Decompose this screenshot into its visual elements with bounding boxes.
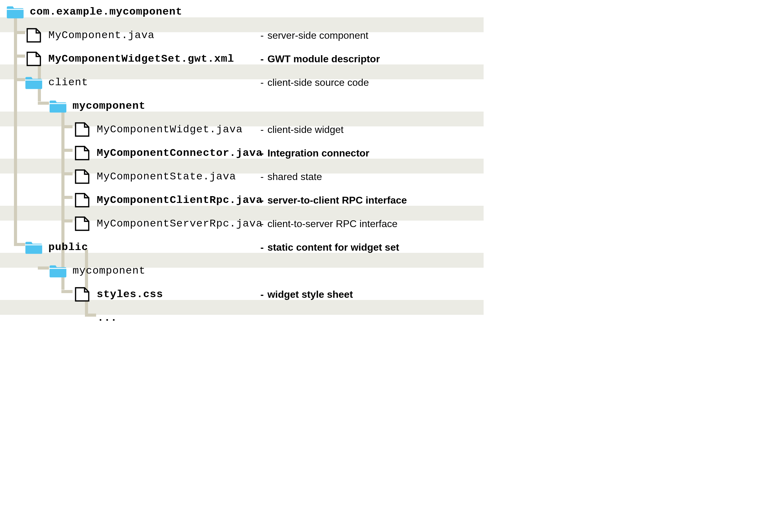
- tree-row: client: [0, 71, 484, 94]
- ellipsis: ...: [97, 312, 117, 324]
- description-text: client-to-server RPC interface: [267, 218, 398, 229]
- description-text: client-side source code: [267, 77, 369, 88]
- folder-name: com.example.mycomponent: [30, 6, 182, 18]
- tree-row: MyComponentClientRpc.java: [0, 188, 484, 212]
- file-icon: [73, 146, 91, 160]
- row-description: -client-side source code: [260, 77, 369, 88]
- file-name: MyComponentWidgetSet.gwt.xml: [48, 53, 234, 65]
- file-name: MyComponentWidget.java: [97, 124, 243, 135]
- folder-icon: [25, 240, 43, 255]
- file-icon: [73, 122, 91, 137]
- tree-row: styles.css: [0, 283, 484, 306]
- tree-row: mycomponent: [0, 259, 484, 282]
- tree-row: ...: [0, 306, 484, 329]
- description-text: static content for widget set: [267, 242, 399, 253]
- dash: -: [260, 195, 264, 206]
- file-name: MyComponentServerRpc.java: [97, 218, 262, 230]
- file-icon: [73, 216, 91, 231]
- row-description: -client-to-server RPC interface: [260, 218, 398, 230]
- description-text: client-side widget: [267, 124, 343, 135]
- dash: -: [260, 218, 264, 229]
- tree-row: MyComponentConnector.java: [0, 141, 484, 165]
- file-name: MyComponentConnector.java: [97, 147, 262, 159]
- tree-row: com.example.mycomponent: [0, 0, 484, 23]
- dash: -: [260, 30, 264, 41]
- description-text: widget style sheet: [267, 289, 353, 300]
- dash: -: [260, 124, 264, 135]
- file-name: MyComponent.java: [48, 29, 154, 41]
- tree-row: public: [0, 235, 484, 259]
- tree-row: mycomponent: [0, 94, 484, 117]
- tree-row: MyComponent.java: [0, 24, 484, 47]
- dash: -: [260, 77, 264, 88]
- tree-row: MyComponentServerRpc.java: [0, 212, 484, 235]
- file-icon: [25, 51, 43, 66]
- tree-row: MyComponentWidget.java: [0, 118, 484, 141]
- file-icon: [73, 169, 91, 184]
- file-tree-diagram: com.example.mycomponentMyComponent.java-…: [0, 0, 484, 332]
- folder-name: mycomponent: [73, 100, 145, 112]
- folder-icon: [25, 75, 43, 90]
- file-name: MyComponentState.java: [97, 171, 236, 182]
- row-description: -GWT module descriptor: [260, 53, 380, 65]
- file-icon: [73, 193, 91, 208]
- dash: -: [260, 147, 264, 159]
- description-text: shared state: [267, 171, 322, 182]
- folder-icon: [49, 263, 67, 278]
- row-description: -server-side component: [260, 30, 368, 41]
- dash: -: [260, 171, 264, 182]
- folder-icon: [49, 99, 67, 113]
- row-description: -shared state: [260, 171, 322, 182]
- row-description: -Integration connector: [260, 147, 369, 159]
- folder-name: mycomponent: [73, 265, 145, 277]
- dash: -: [260, 289, 264, 300]
- description-text: GWT module descriptor: [267, 53, 380, 64]
- description-text: server-to-client RPC interface: [267, 195, 407, 206]
- tree-row: MyComponentState.java: [0, 165, 484, 188]
- tree-row: MyComponentWidgetSet.gwt.xml: [0, 47, 484, 70]
- folder-name: client: [48, 77, 88, 88]
- row-description: -widget style sheet: [260, 289, 353, 300]
- row-description: -static content for widget set: [260, 242, 399, 253]
- folder-name: public: [48, 241, 88, 253]
- description-text: Integration connector: [267, 147, 369, 159]
- file-name: MyComponentClientRpc.java: [97, 194, 262, 206]
- description-text: server-side component: [267, 30, 368, 41]
- file-icon: [25, 28, 43, 43]
- row-description: -server-to-client RPC interface: [260, 195, 407, 206]
- dash: -: [260, 53, 264, 64]
- dash: -: [260, 242, 264, 253]
- row-description: -client-side widget: [260, 124, 343, 135]
- folder-icon: [6, 4, 24, 19]
- file-name: styles.css: [97, 288, 163, 300]
- file-icon: [73, 287, 91, 302]
